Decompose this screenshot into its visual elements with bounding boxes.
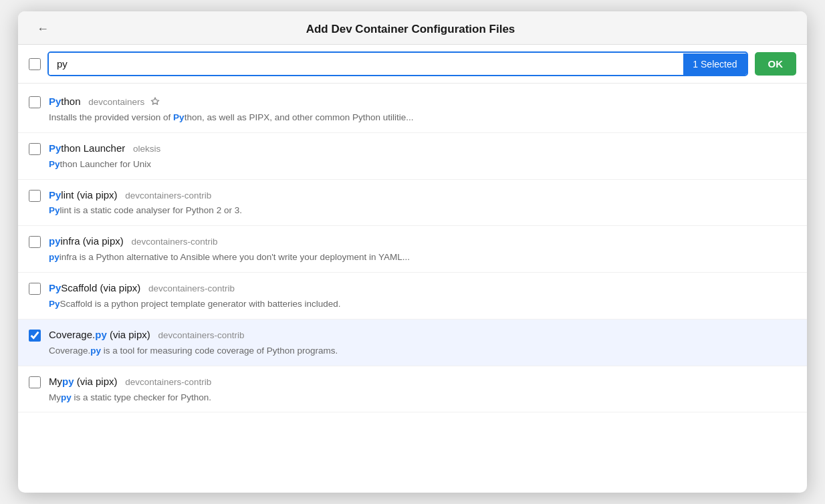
item-checkbox-python-launcher[interactable] <box>29 143 41 155</box>
item-content-coveragepy: Coverage.py (via pipx) devcontainers-con… <box>49 328 796 358</box>
item-checkbox-coveragepy[interactable] <box>29 330 41 342</box>
item-title-coveragepy: Coverage.py (via pipx) devcontainers-con… <box>49 328 796 342</box>
search-input[interactable] <box>49 53 683 75</box>
item-desc-python-launcher: Python Launcher for Unix <box>49 158 796 171</box>
item-checkbox-pyscaffold[interactable] <box>29 283 41 295</box>
select-all-checkbox[interactable] <box>29 58 41 70</box>
verified-icon <box>150 97 160 108</box>
item-title-mypy: Mypy (via pipx) devcontainers-contrib <box>49 374 796 389</box>
item-title-python: Python devcontainers <box>49 94 796 109</box>
item-desc-pylint: Pylint is a static code analyser for Pyt… <box>49 205 796 217</box>
search-bar-row: 1 Selected OK <box>18 45 807 84</box>
highlight-py: Py <box>49 96 61 107</box>
item-content-pyscaffold: PyScaffold (via pipx) devcontainers-cont… <box>49 281 796 311</box>
item-desc-mypy: Mypy is a static type checker for Python… <box>49 392 796 404</box>
item-checkbox-pyinfra[interactable] <box>29 236 41 248</box>
list-item[interactable]: Pylint (via pipx) devcontainers-contrib … <box>18 180 807 227</box>
item-content-python-launcher: Python Launcher oleksis Python Launcher … <box>49 141 796 171</box>
item-content-pylint: Pylint (via pipx) devcontainers-contrib … <box>49 188 796 218</box>
list-item[interactable]: Mypy (via pipx) devcontainers-contrib My… <box>18 366 807 413</box>
search-input-wrapper: 1 Selected <box>47 51 748 76</box>
item-checkbox-python[interactable] <box>29 96 41 108</box>
list-item[interactable]: pyinfra (via pipx) devcontainers-contrib… <box>18 226 807 273</box>
item-desc-python: Installs the provided version of Python,… <box>49 112 796 124</box>
item-content-python: Python devcontainers Installs the provid… <box>49 94 796 124</box>
item-content-mypy: Mypy (via pipx) devcontainers-contrib My… <box>49 374 796 404</box>
dialog-header: ← Add Dev Container Configuration Files <box>18 11 807 45</box>
selected-badge[interactable]: 1 Selected <box>683 53 746 75</box>
item-checkbox-mypy[interactable] <box>29 376 41 388</box>
item-desc-pyscaffold: PyScaffold is a python project template … <box>49 298 796 311</box>
list-item[interactable]: Python devcontainers Installs the provid… <box>18 86 807 133</box>
list-item[interactable]: Coverage.py (via pipx) devcontainers-con… <box>18 320 807 366</box>
item-desc-pyinfra: pyinfra is a Python alternative to Ansib… <box>49 251 796 264</box>
item-title-pyscaffold: PyScaffold (via pipx) devcontainers-cont… <box>49 281 796 295</box>
dialog: ← Add Dev Container Configuration Files … <box>18 11 807 493</box>
item-title-pylint: Pylint (via pipx) devcontainers-contrib <box>49 188 796 203</box>
ok-button[interactable]: OK <box>755 52 797 76</box>
list-item[interactable]: Python Launcher oleksis Python Launcher … <box>18 133 807 180</box>
dialog-title: Add Dev Container Configuration Files <box>54 23 767 36</box>
item-checkbox-pylint[interactable] <box>29 190 41 202</box>
item-title-python-launcher: Python Launcher oleksis <box>49 141 796 156</box>
item-title-pyinfra: pyinfra (via pipx) devcontainers-contrib <box>49 234 796 249</box>
item-desc-coveragepy: Coverage.py is a tool for measuring code… <box>49 345 796 358</box>
list-container: Python devcontainers Installs the provid… <box>18 84 807 493</box>
list-item[interactable]: PyScaffold (via pipx) devcontainers-cont… <box>18 273 807 320</box>
back-button[interactable]: ← <box>31 21 54 37</box>
item-content-pyinfra: pyinfra (via pipx) devcontainers-contrib… <box>49 234 796 264</box>
